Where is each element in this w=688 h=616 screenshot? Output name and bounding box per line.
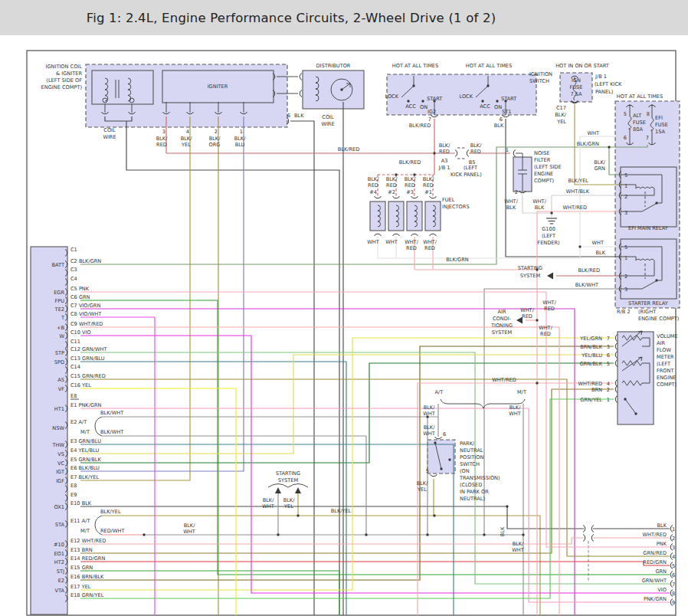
diagram-label: BLK — [595, 250, 605, 256]
diagram-label: NEUTRAL) — [460, 496, 485, 502]
diagram-label: RED — [156, 142, 167, 148]
junction-dot — [143, 533, 145, 536]
junction-dot — [655, 279, 657, 281]
junction-dot — [496, 100, 498, 102]
diagram-label: SWITCH — [529, 78, 549, 84]
diagram-label: BLK/YEL — [100, 509, 121, 515]
diagram-label: WHT — [512, 547, 524, 553]
diagram-label: WHT/ — [532, 198, 547, 205]
pin-arc — [467, 150, 469, 157]
diagram-label: C6 GRN — [70, 294, 90, 300]
diagram-label: PNK — [657, 541, 667, 547]
diagram-label: 5 — [624, 172, 627, 179]
diagram-label: M/T — [80, 429, 90, 435]
diagram-label: #4 — [369, 189, 377, 195]
diagram-label: C13 GRN/BLU — [70, 356, 105, 362]
diagram-label: ORG — [209, 142, 221, 148]
wire-grnwht — [80, 352, 670, 584]
diagram-label: C5 PNK — [70, 286, 90, 292]
diagram-label: E15 GRN — [70, 565, 93, 571]
diagram-label: FENDER) — [537, 240, 559, 246]
diagram-label: KICK PANEL) — [450, 172, 482, 178]
diagram-label: E8 — [70, 483, 77, 489]
diagram-label: BLK/ — [424, 424, 436, 431]
diagram-label: WHT — [591, 240, 604, 246]
diagram-label: & IGNITER — [56, 70, 82, 77]
junction-dot — [536, 319, 538, 321]
diagram-label: 3 — [624, 210, 627, 216]
diagram-label: BLK/ — [405, 176, 417, 182]
diagram-label: BLK/ — [368, 176, 380, 182]
diagram-label: E14 RED/GRN — [70, 555, 105, 562]
diagram-label: C3 — [70, 267, 77, 273]
pin-arc — [430, 196, 437, 198]
pin-arc — [300, 74, 302, 80]
wire-yelgrn — [80, 338, 614, 590]
junction-dot — [634, 412, 637, 414]
wire-redgrn — [80, 562, 670, 565]
diagram-label: IG2 — [428, 109, 436, 115]
diagram-label: 4 — [672, 554, 675, 560]
diagram-label: E2 — [58, 578, 64, 584]
diagram-label: 1 — [672, 526, 675, 532]
wire-pnkgrn — [80, 408, 670, 602]
diagram-label: BRN — [591, 387, 602, 393]
diagram-label: SPD — [54, 359, 64, 365]
diagram-label: TIONING — [490, 323, 513, 329]
diagram-label: RED — [544, 306, 555, 312]
pin-arc — [375, 234, 382, 236]
diagram-label: WHT/RED — [578, 381, 602, 387]
diagram-label: FILTER — [534, 157, 551, 163]
wire-vio — [80, 336, 670, 593]
diagram-label: BLK/YEL — [568, 178, 588, 184]
diagram-label: M/T — [80, 528, 90, 534]
wiring-diagram-page: Fig 1: 2.4L, Engine Performance Circuits… — [0, 0, 688, 616]
diagram-label: WHT/BLK — [566, 188, 590, 195]
wire-whtred — [80, 538, 584, 544]
junction-dot — [433, 514, 435, 516]
diagram-label: RED — [406, 245, 417, 251]
diagram-label: (LEFT SIDE OF — [46, 77, 82, 84]
diagram-label: ENGINE COMPT) — [638, 316, 679, 322]
diagram-label: VC — [57, 460, 65, 467]
diagram-label: WHT — [509, 411, 521, 417]
diagram-label: WIRE — [321, 121, 334, 127]
wire-grnyel — [80, 399, 614, 598]
junction-dot — [426, 533, 428, 536]
diagram-label: BLK/ — [555, 112, 567, 118]
diagram-label: COMPT) — [534, 178, 554, 184]
diagram-label: EFI — [655, 115, 663, 121]
diagram-label: C2 BLK/GRN — [70, 258, 101, 264]
diagram-label: E4 YEL/BLU — [70, 447, 99, 454]
pin-arc — [430, 234, 437, 236]
junction-dot — [365, 533, 367, 536]
diagram-label: BLK/RED — [409, 123, 431, 129]
diagram-label: BLK/GRN — [446, 257, 468, 263]
diagram-label: (LEFT KICK — [595, 81, 622, 87]
diagram-label: WHT — [183, 529, 195, 535]
diagram-label: WHT/ — [542, 300, 557, 306]
pin-arc — [393, 234, 400, 236]
diagram-label: 2 — [624, 194, 627, 200]
diagram-label: BLK/ — [283, 497, 296, 503]
diagram-label: GRN/BLK — [580, 361, 603, 367]
diagram-label: C17 — [556, 105, 566, 111]
diagram-label: G100 — [542, 226, 555, 232]
diagram-label: GRN — [594, 165, 605, 172]
junction-dot — [481, 100, 483, 102]
diagram-label: 1 — [624, 255, 627, 261]
diagram-label: RED — [439, 149, 450, 155]
diagram-label: STP — [55, 350, 64, 356]
diagram-label: #2 — [388, 189, 395, 195]
diagram-label: C16 YEL — [70, 382, 91, 388]
wire-grnred — [80, 379, 670, 556]
diagram-label: RED — [470, 149, 481, 155]
diagram-label: WHT/ — [405, 239, 419, 245]
diagram-label: C14 — [70, 364, 80, 370]
junction-dot — [624, 398, 626, 400]
diagram-label: RED — [540, 331, 551, 337]
junction-dot — [433, 152, 435, 154]
pin-arc — [455, 150, 457, 157]
diagram-label: 6 — [287, 113, 290, 119]
diagram-label: FUEL — [442, 197, 455, 203]
